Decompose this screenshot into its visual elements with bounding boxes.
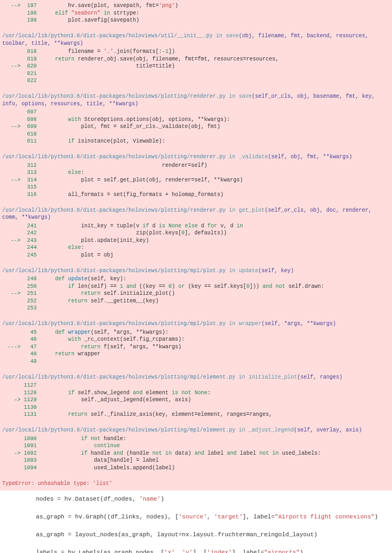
code-line: 1127: [0, 382, 392, 389]
traceback-block: -->197 hv.save(plot, savepath, fmt='png'…: [0, 0, 392, 490]
frame-header: /usr/local/lib/python3.6/dist-packages/h…: [0, 319, 392, 329]
code-line: --->47 return f(self, *args, **kwargs): [0, 343, 392, 351]
code-line: 1131 return self._finalize_axis(key, ele…: [0, 411, 392, 419]
code-line: 822: [0, 77, 392, 85]
code-line: 607: [0, 109, 392, 116]
frame-header: /usr/local/lib/python3.6/dist-packages/h…: [0, 373, 392, 382]
code-line: -->314 plot = self.get_plot(obj, rendere…: [0, 177, 392, 184]
code-line: -->251 return self.initialize_plot(): [0, 290, 392, 298]
code-line: 244 else:: [0, 244, 392, 252]
code-line: 1128 if self.show_legend and element is …: [0, 389, 392, 397]
code-line: -->243 plot.update(init_key): [0, 237, 392, 245]
code-line: ->1129 self._adjust_legend(element, axis…: [0, 396, 392, 404]
source-line: labels = hv.Labels(as_graph.nodes, ['x',…: [22, 548, 370, 553]
code-line: 1130: [0, 404, 392, 412]
code-line: -->609 plot, fmt = self_or_cls._validate…: [0, 123, 392, 131]
frame-header: /usr/local/lib/python3.6/dist-packages/h…: [0, 152, 392, 162]
code-line: 241 init_key = tuple(v if d is None else…: [0, 222, 392, 230]
error-message: TypeError: unhashable type: 'list': [0, 479, 392, 489]
code-line: 315: [0, 184, 392, 191]
code-line: 198 elif "seaborn" in strtype:: [0, 10, 392, 17]
code-line: 249 def update(self, key):: [0, 275, 392, 283]
code-line: 819 return renderer_obj.save(obj, filena…: [0, 56, 392, 63]
source-line: [22, 504, 370, 513]
source-line: [22, 522, 370, 531]
code-line: -->197 hv.save(plot, savepath, fmt='png'…: [0, 2, 392, 10]
frame-header: /usr/local/lib/python3.6/dist-packages/h…: [0, 92, 392, 109]
source-code-block: nodes = hv.Dataset(df_nodes, 'name') as_…: [0, 490, 392, 553]
code-line: 821: [0, 70, 392, 78]
code-line: 245 plot = obj: [0, 252, 392, 259]
code-line: 316 all_formats = set(fig_formats + holo…: [0, 191, 392, 199]
frame-header: /usr/local/lib/python3.6/dist-packages/h…: [0, 31, 392, 48]
code-line: 242 zip(plot.keys[0], defaults)): [0, 230, 392, 237]
code-line: 312 renderer=self): [0, 162, 392, 170]
frame-header: /usr/local/lib/python3.6/dist-packages/h…: [0, 426, 392, 435]
frame-0: -->197 hv.save(plot, savepath, fmt='png'…: [0, 2, 392, 24]
code-line: 608 with StoreOptions.options(obj, optio…: [0, 116, 392, 124]
code-line: 49: [0, 358, 392, 366]
code-line: 250 if len(self) == 1 and ((key == 0) or…: [0, 283, 392, 291]
code-line: 611 if isinstance(plot, Viewable):: [0, 138, 392, 145]
code-line: 199 plot.savefig(savepath): [0, 17, 392, 24]
source-line: as_graph = hv.Graph((df_links, nodes), […: [22, 512, 370, 522]
source-line: as_graph = layout_nodes(as_graph, layout…: [22, 530, 370, 539]
code-line: -->820 title=title): [0, 63, 392, 70]
code-line: 1093 data[handle] = label: [0, 457, 392, 464]
code-line: 313 else:: [0, 169, 392, 177]
code-line: 45 def wrapper(self, *args, **kwargs):: [0, 329, 392, 336]
code-line: 1091 continue: [0, 442, 392, 450]
code-line: 252 return self.__getitem__(key): [0, 298, 392, 305]
code-line: 1094 used_labels.append(label): [0, 464, 392, 472]
code-line: 1090 if not handle:: [0, 435, 392, 443]
frame-header: /usr/local/lib/python3.6/dist-packages/h…: [0, 206, 392, 222]
code-line: ->1092 if handle and (handle not in data…: [0, 450, 392, 457]
code-line: 253: [0, 305, 392, 312]
code-line: 818 filename = '.'.join(formats[:-1]): [0, 48, 392, 56]
code-line: 610: [0, 131, 392, 138]
code-line: 46 with _rc_context(self.fig_rcparams):: [0, 336, 392, 343]
source-line: nodes = hv.Dataset(df_nodes, 'name'): [22, 495, 370, 504]
frame-header: /usr/local/lib/python3.6/dist-packages/h…: [0, 266, 392, 276]
source-line: [22, 539, 370, 549]
code-line: 48 return wrapper: [0, 350, 392, 358]
